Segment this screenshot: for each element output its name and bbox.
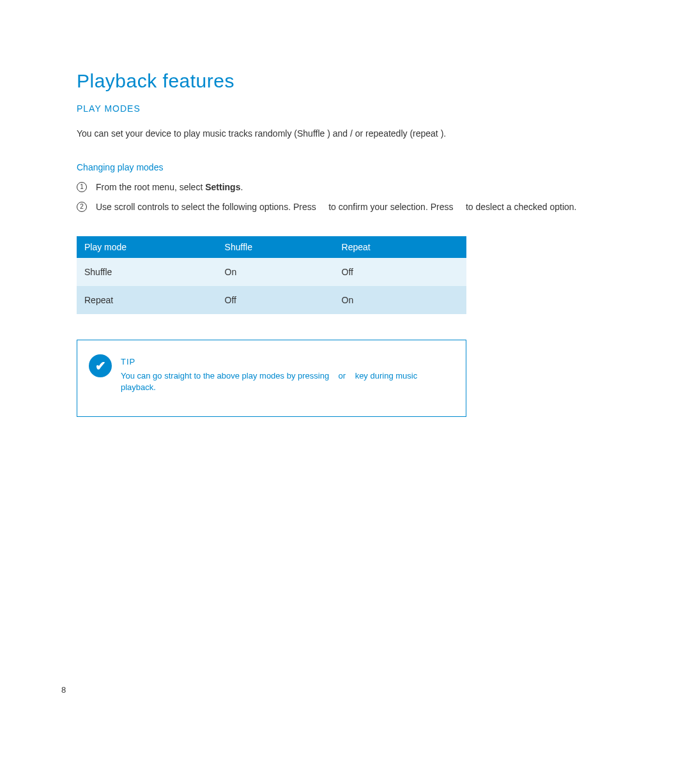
- step-number-icon: 2: [77, 202, 87, 212]
- step-body: From the root menu, select Settings.: [96, 181, 613, 193]
- step-text-post: .: [240, 182, 243, 192]
- step-2: 2 Use scroll controls to select the foll…: [77, 201, 613, 213]
- steps-list: 1 From the root menu, select Settings. 2…: [77, 181, 613, 213]
- step-1: 1 From the root menu, select Settings.: [77, 181, 613, 193]
- tip-text: You can go straight to the above play mo…: [121, 370, 454, 393]
- table-row: Shuffle On Off: [77, 258, 466, 286]
- table-header: Play mode: [77, 236, 217, 258]
- table-row: Repeat Off On: [77, 286, 466, 314]
- table-cell: On: [334, 286, 466, 314]
- tip-content: TIP You can go straight to the above pla…: [121, 354, 454, 393]
- table-cell: Repeat: [77, 286, 217, 314]
- page-number: 8: [61, 685, 66, 695]
- tip-box: ✔ TIP You can go straight to the above p…: [77, 340, 466, 417]
- subheading: Changing play modes: [77, 162, 613, 172]
- table-cell: On: [217, 258, 334, 286]
- page-title: Playback features: [77, 70, 613, 92]
- step-number-icon: 1: [77, 182, 87, 192]
- document-page: Playback features PLAY MODES You can set…: [0, 0, 690, 417]
- table-cell: Off: [334, 258, 466, 286]
- checkmark-icon: ✔: [89, 354, 112, 377]
- step-body: Use scroll controls to select the follow…: [96, 201, 613, 213]
- step-bold: Settings: [205, 182, 240, 192]
- tip-label: TIP: [121, 357, 454, 366]
- table-cell: Off: [217, 286, 334, 314]
- table-header: Shuffle: [217, 236, 334, 258]
- table-header-row: Play mode Shuffle Repeat: [77, 236, 466, 258]
- table-header: Repeat: [334, 236, 466, 258]
- table-cell: Shuffle: [77, 258, 217, 286]
- section-title: PLAY MODES: [77, 103, 613, 114]
- intro-text: You can set your device to play music tr…: [77, 128, 613, 139]
- play-mode-table: Play mode Shuffle Repeat Shuffle On Off …: [77, 236, 466, 314]
- step-text: From the root menu, select: [96, 182, 205, 192]
